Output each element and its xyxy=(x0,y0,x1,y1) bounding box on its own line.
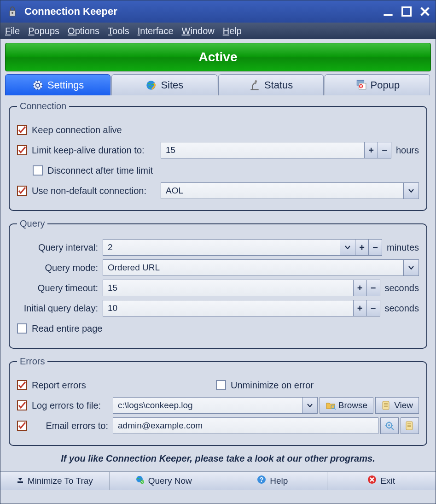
svg-rect-17 xyxy=(17,481,23,483)
query-delay-label: Initial query delay: xyxy=(17,303,103,314)
menu-options[interactable]: Options xyxy=(68,26,99,36)
query-group: Query Query interval: + − minutes Query … xyxy=(9,218,427,349)
report-errors-label: Report errors xyxy=(32,380,216,391)
menubar: File Popups Options Tools Interface Wind… xyxy=(0,23,436,39)
log-file-input[interactable] xyxy=(113,397,302,414)
footer-label: Minimize To Tray xyxy=(28,476,93,486)
query-mode-select[interactable] xyxy=(103,259,404,276)
menu-window[interactable]: Window xyxy=(182,26,215,36)
svg-rect-13 xyxy=(383,401,389,410)
browse-label: Browse xyxy=(338,400,367,410)
limit-duration-label: Limit keep-alive duration to: xyxy=(32,145,161,156)
view-button[interactable]: View xyxy=(375,397,419,414)
read-entire-checkbox[interactable] xyxy=(17,323,27,334)
query-interval-plus[interactable]: + xyxy=(355,239,369,256)
svg-rect-16 xyxy=(406,422,413,430)
log-errors-label: Log errors to file: xyxy=(32,400,113,411)
footer-label: Query Now xyxy=(148,476,192,486)
errors-group: Errors Report errors Unminimize on error… xyxy=(9,356,427,446)
disconnect-after-label: Disconnect after time limit xyxy=(47,165,153,176)
minimize-to-tray-button[interactable]: Minimize To Tray xyxy=(0,472,110,490)
query-interval-input[interactable] xyxy=(103,239,340,256)
menu-popups[interactable]: Popups xyxy=(28,26,59,36)
group-legend: Connection xyxy=(17,101,69,111)
query-delay-unit: seconds xyxy=(385,303,419,314)
maximize-window-button[interactable] xyxy=(401,6,412,17)
tab-popup[interactable]: Popup xyxy=(325,74,430,95)
exit-button[interactable]: Exit xyxy=(327,472,436,490)
query-interval-label: Query interval: xyxy=(17,242,103,253)
help-icon: ? xyxy=(257,475,266,486)
microscope-icon xyxy=(249,79,261,91)
promo-text: If you like Connection Keeper, please ta… xyxy=(9,453,427,464)
query-now-button[interactable]: Query Now xyxy=(110,472,219,490)
disconnect-after-checkbox[interactable] xyxy=(33,165,43,176)
query-timeout-plus[interactable]: + xyxy=(353,280,367,296)
keep-alive-checkbox[interactable] xyxy=(17,125,27,135)
status-banner: Active xyxy=(5,43,431,71)
query-delay-minus[interactable]: − xyxy=(366,300,380,316)
titlebar: Connection Keeper xyxy=(0,0,436,23)
settings-panel: Connection Keep connection alive Limit k… xyxy=(0,95,436,471)
globe-icon xyxy=(145,79,157,91)
limit-duration-minus[interactable]: − xyxy=(378,142,391,158)
limit-duration-checkbox[interactable] xyxy=(17,145,27,155)
gear-icon xyxy=(32,79,44,91)
folder-icon xyxy=(326,400,336,410)
group-legend: Errors xyxy=(17,356,47,367)
query-interval-minus[interactable]: − xyxy=(368,239,382,256)
email-settings-button[interactable] xyxy=(380,417,399,434)
tab-label: Popup xyxy=(371,79,400,91)
keep-alive-label: Keep connection alive xyxy=(32,125,122,135)
menu-help[interactable]: Help xyxy=(223,26,242,36)
footer-label: Exit xyxy=(380,476,395,486)
tab-status[interactable]: Status xyxy=(218,74,324,95)
query-delay-input[interactable] xyxy=(103,300,354,316)
menu-tools[interactable]: Tools xyxy=(108,26,129,36)
tab-strip: Settings Sites Status Popup xyxy=(5,74,431,95)
svg-rect-7 xyxy=(250,89,258,90)
minimize-window-button[interactable] xyxy=(383,6,393,17)
tab-settings[interactable]: Settings xyxy=(5,74,110,95)
scroll-icon xyxy=(381,400,391,410)
globe-refresh-icon xyxy=(135,475,145,486)
connection-dropdown-button[interactable] xyxy=(403,182,419,199)
unminimize-checkbox[interactable] xyxy=(216,380,226,390)
query-interval-unit: minutes xyxy=(387,242,419,253)
email-errors-label: Email errors to: xyxy=(32,421,113,431)
menu-interface[interactable]: Interface xyxy=(138,26,174,36)
browse-button[interactable]: Browse xyxy=(320,397,373,414)
svg-point-15 xyxy=(388,424,390,426)
email-input[interactable] xyxy=(113,417,378,434)
limit-duration-plus[interactable]: + xyxy=(364,142,378,158)
close-icon xyxy=(367,475,377,486)
log-errors-checkbox[interactable] xyxy=(17,400,27,410)
tab-label: Status xyxy=(264,79,293,91)
tab-label: Sites xyxy=(161,79,183,91)
query-timeout-input[interactable] xyxy=(103,280,354,296)
connection-select[interactable] xyxy=(161,182,404,199)
query-timeout-unit: seconds xyxy=(385,283,419,293)
use-nondefault-checkbox[interactable] xyxy=(17,186,27,196)
svg-rect-2 xyxy=(384,14,392,16)
tab-label: Settings xyxy=(47,79,84,91)
query-interval-dropdown[interactable] xyxy=(340,239,355,256)
close-window-button[interactable] xyxy=(420,6,430,17)
limit-duration-unit: hours xyxy=(396,145,419,156)
query-timeout-minus[interactable]: − xyxy=(366,280,380,296)
scroll-icon xyxy=(405,421,415,431)
help-button[interactable]: ? Help xyxy=(218,472,327,490)
query-mode-dropdown[interactable] xyxy=(403,259,419,276)
gear-search-icon xyxy=(384,421,395,431)
report-errors-checkbox[interactable] xyxy=(17,380,27,390)
query-delay-plus[interactable]: + xyxy=(353,300,367,316)
app-icon xyxy=(6,5,19,18)
email-errors-checkbox[interactable] xyxy=(17,421,27,431)
connection-group: Connection Keep connection alive Limit k… xyxy=(9,101,427,211)
tab-sites[interactable]: Sites xyxy=(111,74,217,95)
svg-rect-3 xyxy=(402,7,411,16)
limit-duration-input[interactable] xyxy=(161,142,365,158)
menu-file[interactable]: File xyxy=(5,26,20,36)
log-file-dropdown[interactable] xyxy=(302,397,318,414)
email-log-button[interactable] xyxy=(401,417,419,434)
